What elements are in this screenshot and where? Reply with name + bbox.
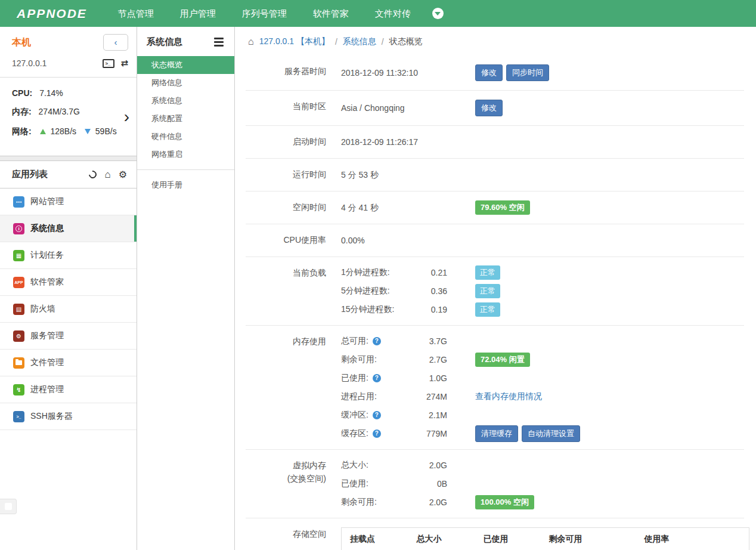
- machine-name: 本机: [12, 36, 31, 49]
- menu-icon[interactable]: [214, 38, 224, 47]
- load-1min-value: 0.21: [419, 268, 447, 277]
- app-item-label: 文件管理: [30, 357, 64, 368]
- load-15min: 15分钟进程数: 0.19 正常: [341, 303, 738, 316]
- sidebar-item-software-manager[interactable]: APP 软件管家: [0, 269, 137, 296]
- network-up-value: 128B/s: [50, 126, 76, 136]
- refresh-icon[interactable]: [88, 169, 98, 180]
- download-arrow-icon: [85, 129, 91, 134]
- submenu-item-status-overview[interactable]: 状态概览: [137, 56, 234, 74]
- cpu-label: CPU:: [12, 88, 32, 98]
- system-info-icon: i: [13, 223, 24, 234]
- cpu-value: 7.14%: [39, 88, 63, 98]
- submenu-item-network-info[interactable]: 网络信息: [137, 74, 234, 92]
- row-uptime: 运行时间 5 分 53 秒: [246, 159, 744, 191]
- clear-cache-button[interactable]: 清理缓存: [475, 425, 518, 442]
- submenu-item-system-info[interactable]: 系统信息: [137, 92, 234, 110]
- row-timezone: 当前时区 Asia / Chongqing 修改: [246, 91, 744, 126]
- row-label: 内存使用: [246, 335, 326, 348]
- memory-used-label: 已使用:: [341, 373, 368, 384]
- status-badge: 正常: [475, 284, 500, 298]
- help-icon[interactable]: ?: [373, 411, 381, 419]
- breadcrumb-separator: /: [335, 37, 337, 47]
- floating-side-widget[interactable]: [0, 499, 17, 514]
- memory-total-value: 3.7G: [419, 336, 447, 346]
- swap-used-label: 已使用:: [341, 478, 368, 489]
- row-load: 当前负载 1分钟进程数: 0.21 正常 5分钟进程数: 0.36 正常 15分…: [246, 257, 744, 326]
- network-label: 网络:: [12, 126, 32, 136]
- modify-timezone-button[interactable]: 修改: [475, 100, 503, 116]
- memory-stat: 内存: 274M/3.7G: [12, 107, 128, 118]
- system-info-submenu: 系统信息 状态概览 网络信息 系统信息 系统配置 硬件信息 网络重启 使用手册: [137, 27, 235, 550]
- nav-item-software-manager[interactable]: 软件管家: [300, 0, 362, 27]
- network-stat: 网络: 128B/s 59B/s: [12, 126, 128, 137]
- load-5min-label: 5分钟进程数:: [341, 286, 419, 296]
- swap-idle-badge: 100.00% 空闲: [475, 495, 534, 509]
- sidebar-item-service-management[interactable]: ⚙ 服务管理: [0, 323, 137, 350]
- submenu-item-hardware-info[interactable]: 硬件信息: [137, 128, 234, 146]
- load-15min-value: 0.19: [419, 305, 447, 314]
- status-badge: 正常: [475, 265, 500, 280]
- submenu-item-network-restart[interactable]: 网络重启: [137, 146, 234, 163]
- sidebar-item-scheduled-tasks[interactable]: ▦ 计划任务: [0, 242, 137, 269]
- sidebar-item-firewall[interactable]: ▤ 防火墙: [0, 296, 137, 323]
- memory-process-value: 274M: [419, 392, 447, 401]
- memory-buffers-value: 2.1M: [419, 410, 447, 420]
- memory-value: 274M/3.7G: [39, 107, 80, 116]
- app-item-label: 服务管理: [30, 330, 64, 341]
- help-icon[interactable]: ?: [373, 374, 381, 382]
- nav-item-serial-management[interactable]: 序列号管理: [229, 0, 300, 27]
- memory-total: 总可用:? 3.7G: [341, 335, 738, 348]
- sidebar-item-system-info[interactable]: i 系统信息: [0, 215, 137, 242]
- nav-item-file-transfer[interactable]: 文件对传: [362, 0, 424, 27]
- sidebar-item-file-management[interactable]: 文件管理: [0, 350, 137, 376]
- row-label: 启动时间: [246, 135, 326, 148]
- home-icon[interactable]: ⌂: [248, 37, 254, 47]
- breadcrumb-section-link[interactable]: 系统信息: [343, 36, 376, 47]
- transfer-icon[interactable]: ⇄: [120, 58, 128, 69]
- app-item-label: 进程管理: [30, 384, 64, 395]
- submenu-divider: [137, 169, 234, 170]
- schedule-icon: ▦: [13, 250, 24, 261]
- sync-time-button[interactable]: 同步时间: [506, 64, 549, 81]
- app-list-header: 应用列表 ⌂ ⚙: [0, 161, 137, 189]
- auto-clean-settings-button[interactable]: 自动清理设置: [522, 425, 580, 442]
- row-swap: 虚拟内存 (交换空间) 总大小: 2.0G 已使用: 0B 剩余可用: 2.0G: [246, 450, 744, 518]
- row-label: 当前负载: [246, 266, 326, 279]
- expand-stats-chevron-icon[interactable]: ›: [124, 109, 129, 125]
- machine-stats: CPU: 7.14% 内存: 274M/3.7G 网络: 128B/s 59B/…: [0, 77, 137, 156]
- help-icon[interactable]: ?: [373, 337, 381, 345]
- help-icon[interactable]: ?: [373, 430, 381, 438]
- memory-free-value: 2.7G: [419, 355, 447, 364]
- nav-item-node-management[interactable]: 节点管理: [105, 0, 167, 27]
- sidebar-item-website-management[interactable]: ⋯ 网站管理: [0, 189, 137, 215]
- breadcrumb-host-link[interactable]: 127.0.0.1 【本机】: [259, 36, 330, 47]
- row-label: 运行时间: [246, 168, 326, 181]
- nav-item-user-management[interactable]: 用户管理: [167, 0, 229, 27]
- home-icon[interactable]: ⌂: [104, 169, 110, 180]
- memory-idle-badge: 72.04% 闲置: [475, 353, 530, 367]
- status-badge: 正常: [475, 302, 500, 317]
- collapse-sidebar-button[interactable]: ‹: [103, 34, 128, 51]
- memory-used-value: 1.0G: [419, 373, 447, 383]
- submenu-item-system-config[interactable]: 系统配置: [137, 110, 234, 128]
- service-icon: ⚙: [13, 330, 24, 342]
- modify-time-button[interactable]: 修改: [475, 64, 503, 81]
- sidebar-item-process-management[interactable]: ↯ 进程管理: [0, 376, 137, 403]
- cpu-stat: CPU: 7.14%: [12, 88, 128, 98]
- submenu-title: 系统信息: [147, 36, 182, 48]
- col-usage-rate: 使用率: [636, 528, 749, 550]
- memory-free: 剩余可用: 2.7G 72.04% 闲置: [341, 353, 738, 366]
- row-label: CPU使用率: [246, 233, 326, 246]
- gear-icon[interactable]: ⚙: [119, 170, 127, 180]
- memory-buffers: 缓冲区:? 2.1M: [341, 409, 738, 422]
- memory-process-label: 进程占用:: [341, 391, 377, 402]
- chevron-down-icon[interactable]: [432, 8, 444, 19]
- view-memory-usage-link[interactable]: 查看内存使用情况: [475, 391, 542, 402]
- swap-free-label: 剩余可用:: [341, 497, 377, 508]
- swap-free-value: 2.0G: [419, 498, 447, 507]
- col-free: 剩余可用: [541, 528, 636, 550]
- terminal-icon[interactable]: >_: [103, 59, 114, 68]
- submenu-item-user-manual[interactable]: 使用手册: [137, 176, 234, 194]
- memory-process: 进程占用: 274M 查看内存使用情况: [341, 390, 738, 403]
- sidebar-item-ssh-server[interactable]: >_ SSH服务器: [0, 403, 137, 430]
